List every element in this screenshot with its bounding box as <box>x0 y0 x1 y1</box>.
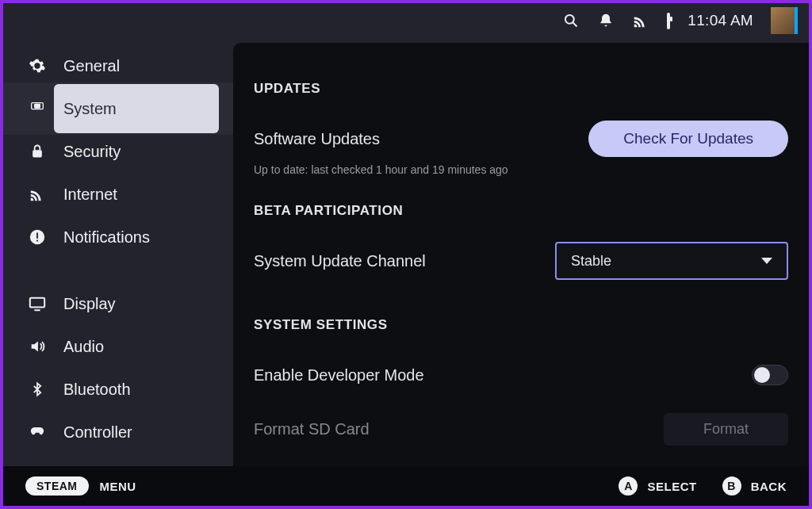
gamepad-icon <box>27 422 48 442</box>
sidebar-item-label: System <box>63 100 117 118</box>
footer-hints: STEAM MENU A SELECT B BACK <box>3 466 809 506</box>
update-channel-value: Stable <box>571 253 611 270</box>
section-title-system: SYSTEM SETTINGS <box>254 317 788 333</box>
bluetooth-icon <box>27 379 48 400</box>
cast-icon[interactable] <box>632 12 649 29</box>
sidebar-item-general[interactable]: General <box>3 44 233 87</box>
speaker-icon <box>27 336 48 357</box>
sidebar-item-bluetooth[interactable]: Bluetooth <box>3 368 233 411</box>
developer-mode-label: Enable Developer Mode <box>254 366 424 385</box>
update-channel-label: System Update Channel <box>254 252 426 270</box>
select-hint-label: SELECT <box>647 480 696 493</box>
section-title-beta: BETA PARTICIPATION <box>254 203 788 219</box>
svg-line-1 <box>573 23 577 27</box>
sidebar-item-audio[interactable]: Audio <box>3 325 233 368</box>
sidebar-item-label: General <box>63 57 120 75</box>
clock: 11:04 AM <box>688 12 753 29</box>
svg-rect-4 <box>33 150 42 157</box>
svg-point-0 <box>565 15 574 24</box>
update-channel-select[interactable]: Stable <box>555 242 788 280</box>
bell-icon[interactable] <box>597 12 615 29</box>
alert-icon <box>27 227 48 247</box>
sidebar-item-label: Controller <box>63 423 132 442</box>
update-status-text: Up to date: last checked 1 hour and 19 m… <box>254 163 788 176</box>
sidebar-item-system[interactable]: System <box>3 87 233 130</box>
chevron-down-icon <box>761 258 772 264</box>
svg-rect-7 <box>36 240 38 242</box>
svg-rect-6 <box>36 233 38 239</box>
sidebar-item-label: Security <box>63 143 121 161</box>
steam-button[interactable]: STEAM <box>25 476 89 496</box>
sidebar-item-label: Audio <box>63 338 104 356</box>
a-button-icon: A <box>619 476 638 496</box>
software-updates-label: Software Updates <box>254 130 380 148</box>
sidebar-item-label: Notifications <box>63 228 150 247</box>
svg-rect-8 <box>30 298 44 308</box>
gear-icon <box>27 55 48 76</box>
format-sd-button[interactable]: Format <box>664 413 788 446</box>
sidebar-item-controller[interactable]: Controller <box>3 411 233 454</box>
lock-icon <box>27 141 48 162</box>
format-sd-label: Format SD Card <box>254 420 370 438</box>
developer-mode-toggle[interactable] <box>752 365 788 385</box>
sidebar-item-internet[interactable]: Internet <box>3 173 233 216</box>
battery-icon <box>667 14 670 28</box>
sidebar-item-security[interactable]: Security <box>3 130 233 173</box>
sidebar-item-label: Bluetooth <box>63 381 131 399</box>
settings-content: UPDATES Software Updates Check For Updat… <box>233 43 809 506</box>
b-button-icon: B <box>722 476 741 496</box>
back-hint-label: BACK <box>751 480 787 493</box>
monitor-icon <box>27 293 48 314</box>
sidebar-item-label: Internet <box>63 186 117 204</box>
wifi-icon <box>27 184 48 205</box>
svg-rect-3 <box>35 104 40 108</box>
section-title-updates: UPDATES <box>254 81 788 97</box>
search-icon[interactable] <box>562 12 580 29</box>
sidebar-item-label: Display <box>63 295 116 313</box>
sidebar-item-notifications[interactable]: Notifications <box>3 216 233 258</box>
avatar[interactable] <box>771 7 798 34</box>
status-bar: 11:04 AM <box>3 3 809 38</box>
menu-hint-label: MENU <box>100 480 136 493</box>
device-icon <box>27 98 48 119</box>
check-updates-button[interactable]: Check For Updates <box>588 121 788 157</box>
sidebar-item-display[interactable]: Display <box>3 282 233 325</box>
settings-sidebar: General System Security Internet <box>3 38 233 506</box>
